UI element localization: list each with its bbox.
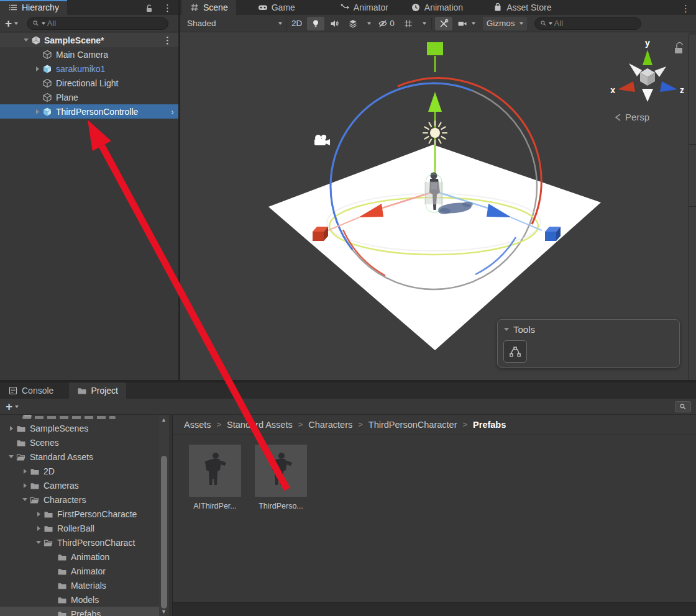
hierarchy-item-plane[interactable]: Plane xyxy=(0,90,178,104)
scroll-down-icon[interactable]: ▼ xyxy=(161,609,167,615)
tree-row-characters[interactable]: Characters xyxy=(0,492,159,507)
tree-row-materials[interactable]: Materials xyxy=(0,578,159,592)
axis-x-label: x xyxy=(610,85,615,95)
scene-search-input[interactable] xyxy=(554,19,636,28)
tree-row-clipped[interactable] xyxy=(0,415,159,421)
bag-icon xyxy=(493,2,503,12)
create-object-button[interactable]: + xyxy=(4,17,19,30)
breadcrumb-assets[interactable]: Assets xyxy=(184,420,211,430)
project-search-button[interactable] xyxy=(675,401,691,412)
tab-asset-store[interactable]: Asset Store xyxy=(485,0,559,15)
effects-dropdown[interactable] xyxy=(363,17,373,30)
asset-label: AIThirdPer... xyxy=(193,502,236,510)
breadcrumb-prefabs[interactable]: Prefabs xyxy=(473,420,506,430)
scale-gizmo-y-handle[interactable] xyxy=(427,42,443,55)
asset-thumbnail[interactable] xyxy=(189,445,241,497)
tree-row-label: 2D xyxy=(44,466,55,476)
tab-project[interactable]: Project xyxy=(69,383,126,399)
scene-kebab-icon[interactable]: ⋮ xyxy=(160,34,175,46)
breadcrumb-thirdpersoncharacter[interactable]: ThirdPersonCharacter xyxy=(369,420,457,430)
hierarchy-search-input[interactable] xyxy=(47,19,163,28)
tab-label: Game xyxy=(272,2,295,12)
component-tools-button[interactable] xyxy=(435,17,452,30)
tab-label: Console xyxy=(22,386,53,396)
tree-row-rollerball[interactable]: RollerBall xyxy=(0,521,159,535)
tree-row-label: RollerBall xyxy=(57,523,94,533)
scene-audio-button[interactable] xyxy=(326,17,343,30)
grid-dropdown[interactable] xyxy=(418,17,428,30)
scene-camera-button[interactable] xyxy=(454,17,479,30)
tree-row-label: SampleScenes xyxy=(30,424,88,433)
project-panel: Console Project + SampleScenes Scenes xyxy=(0,383,696,616)
prefab-icon xyxy=(42,64,52,74)
scene-search[interactable] xyxy=(534,17,641,30)
hierarchy-item-label: Directional Light xyxy=(56,78,118,88)
tree-row-models[interactable]: Models xyxy=(0,592,159,607)
breadcrumb-standard-assets[interactable]: Standard Assets xyxy=(227,420,293,430)
hierarchy-item-label: Plane xyxy=(56,93,78,102)
spline-tool-button[interactable] xyxy=(503,340,527,363)
scrollbar-thumb[interactable] xyxy=(161,456,167,609)
tab-console[interactable]: Console xyxy=(0,383,62,399)
scene-viewport[interactable]: y x z Persp Tools xyxy=(180,32,689,380)
tree-row-firstpersoncharacte[interactable]: FirstPersonCharacte xyxy=(0,507,159,521)
axis-z-label: z xyxy=(680,85,684,95)
hierarchy-item-sarakumiko1[interactable]: sarakumiko1 xyxy=(0,61,178,76)
tree-row-label: Prefabs xyxy=(71,609,101,616)
gizmos-dropdown[interactable]: Gizmos xyxy=(483,17,527,30)
cube-icon xyxy=(42,78,52,88)
tab-animation[interactable]: Animation xyxy=(403,0,471,15)
lock-icon[interactable] xyxy=(144,3,154,13)
tree-row-cameras[interactable]: Cameras xyxy=(0,478,159,492)
grid-icon xyxy=(403,19,413,29)
scroll-up-icon[interactable]: ▲ xyxy=(161,417,167,423)
kebab-menu-icon[interactable]: ⋮ xyxy=(160,2,175,14)
tab-scene[interactable]: Scene xyxy=(181,0,236,15)
folder-icon xyxy=(30,466,40,476)
prefab-chevron-icon[interactable]: › xyxy=(171,106,174,117)
breadcrumb-characters[interactable]: Characters xyxy=(308,420,352,430)
asset-item-thirdperso-[interactable]: ThirdPerso... xyxy=(251,445,311,510)
hierarchy-scene-row[interactable]: SampleScene* ⋮ xyxy=(0,33,178,47)
camera-icon xyxy=(457,19,467,29)
create-asset-button[interactable]: + xyxy=(4,400,20,414)
hierarchy-tabstrip: Hierarchy ⋮ xyxy=(0,0,178,15)
tree-row-thirdpersoncharact[interactable]: ThirdPersonCharact xyxy=(0,535,159,550)
asset-item-aithirdper-[interactable]: AIThirdPer... xyxy=(185,445,245,510)
hierarchy-item-directional-light[interactable]: Directional Light xyxy=(0,76,178,90)
scene-kebab-menu-icon[interactable]: ⋮ xyxy=(679,2,693,14)
tree-row-label: Materials xyxy=(71,581,106,591)
tools-collapse-icon[interactable] xyxy=(504,328,509,331)
spline-icon xyxy=(509,345,521,358)
tree-row-2d[interactable]: 2D xyxy=(0,464,159,478)
shading-mode-dropdown[interactable]: Shaded xyxy=(183,17,286,30)
scene-tabstrip: Scene Game Animator Animation Asset Stor… xyxy=(180,0,696,15)
folder-icon xyxy=(77,386,87,396)
tree-row-animation[interactable]: Animation xyxy=(0,550,159,564)
tree-row-scenes[interactable]: Scenes xyxy=(0,435,159,450)
unity-editor-window: Hierarchy ⋮ + SampleScene* ⋮ xyxy=(0,0,696,616)
asset-thumbnail[interactable] xyxy=(255,445,307,497)
tab-animator[interactable]: Animator xyxy=(332,0,396,15)
tab-hierarchy[interactable]: Hierarchy xyxy=(0,0,67,15)
tab-game[interactable]: Game xyxy=(250,0,303,15)
tree-row-samplescenes[interactable]: SampleScenes xyxy=(0,421,159,435)
grid-visibility-button[interactable] xyxy=(400,17,417,30)
hierarchy-item-thirdpersoncontrolle[interactable]: ThirdPersonControlle › xyxy=(0,104,178,119)
unity-scene-icon xyxy=(31,35,41,45)
scene-lighting-button[interactable] xyxy=(307,17,324,30)
hierarchy-search[interactable] xyxy=(27,17,168,30)
hierarchy-item-main-camera[interactable]: Main Camera xyxy=(0,47,178,61)
tree-row-prefabs[interactable]: Prefabs xyxy=(0,607,159,616)
toggle-2d-button[interactable]: 2D xyxy=(288,17,306,30)
tree-scrollbar[interactable]: ▲ ▼ xyxy=(159,415,169,616)
effects-layers-icon xyxy=(348,19,358,29)
tree-row-label: Animation xyxy=(71,552,109,562)
tree-row-animator[interactable]: Animator xyxy=(0,564,159,578)
projection-indicator[interactable]: Persp xyxy=(614,112,649,122)
scene-effects-button[interactable] xyxy=(344,17,362,30)
collapsed-panel-strip[interactable] xyxy=(689,35,696,380)
tab-label: Asset Store xyxy=(506,2,551,12)
tree-row-standard-assets[interactable]: Standard Assets xyxy=(0,450,159,464)
hidden-objects-button[interactable]: 0 xyxy=(374,17,398,30)
